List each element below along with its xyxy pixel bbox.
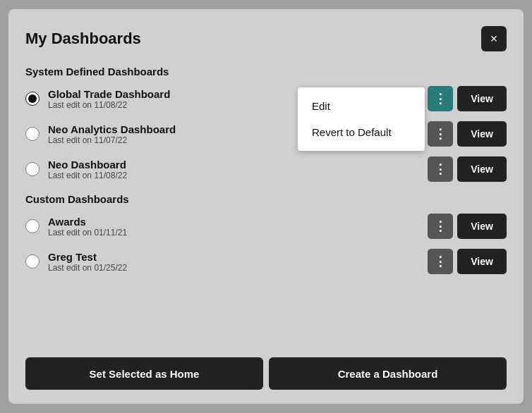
kebab-menu-button[interactable]: ⋮ — [428, 156, 453, 182]
dashboard-name: Greg Test — [48, 251, 428, 263]
my-dashboards-modal: My Dashboards × System Defined Dashboard… — [8, 9, 524, 404]
view-button[interactable]: View — [457, 214, 507, 239]
dropdown-edit[interactable]: Edit — [298, 93, 425, 119]
view-button[interactable]: View — [457, 121, 507, 147]
action-buttons: ⋮ View — [428, 249, 507, 274]
modal-title: My Dashboards — [25, 30, 141, 48]
dashboard-last-edit: Last edit on 11/08/22 — [48, 171, 428, 180]
view-button[interactable]: View — [457, 249, 507, 274]
action-buttons: ⋮ View — [428, 121, 507, 147]
custom-dashboard-list: Awards Last edit on 01/11/21 ⋮ View Greg… — [25, 209, 507, 278]
dashboard-radio-neo[interactable] — [25, 162, 40, 176]
dashboard-radio-greg-test[interactable] — [25, 254, 40, 269]
view-button[interactable]: View — [457, 86, 507, 111]
modal-footer: Set Selected as Home Create a Dashboard — [25, 346, 507, 390]
close-button[interactable]: × — [481, 26, 507, 51]
dashboard-radio-global-trade[interactable] — [25, 92, 40, 106]
kebab-menu-button[interactable]: ⋮ — [428, 86, 453, 111]
dropdown-menu: Edit Revert to Default — [298, 87, 425, 151]
set-home-button[interactable]: Set Selected as Home — [25, 357, 263, 390]
dashboard-radio-neo-analytics[interactable] — [25, 127, 40, 141]
custom-dashboards-label: Custom Dashboards — [25, 193, 507, 205]
kebab-menu-button[interactable]: ⋮ — [428, 121, 453, 147]
dashboard-info: Awards Last edit on 01/11/21 — [48, 216, 428, 238]
system-dashboards-label: System Defined Dashboards — [25, 66, 507, 78]
action-buttons: ⋮ View — [428, 214, 507, 239]
action-buttons: ⋮ View — [428, 86, 507, 111]
dashboard-name: Awards — [48, 216, 428, 228]
dashboard-name: Neo Dashboard — [48, 159, 428, 171]
action-buttons: ⋮ View — [428, 156, 507, 182]
kebab-menu-button[interactable]: ⋮ — [428, 214, 453, 239]
view-button[interactable]: View — [457, 156, 507, 182]
dashboard-last-edit: Last edit on 01/25/22 — [48, 263, 428, 273]
table-row: Neo Dashboard Last edit on 11/08/22 ⋮ Vi… — [25, 152, 507, 186]
system-dashboard-list: Global Trade Dashboard Last edit on 11/0… — [25, 82, 507, 186]
dashboard-info: Greg Test Last edit on 01/25/22 — [48, 251, 428, 273]
modal-header: My Dashboards × — [25, 26, 507, 51]
dashboard-radio-awards[interactable] — [25, 219, 40, 233]
kebab-menu-button[interactable]: ⋮ — [428, 249, 453, 274]
table-row: Greg Test Last edit on 01/25/22 ⋮ View — [25, 245, 507, 278]
dashboard-info: Neo Dashboard Last edit on 11/08/22 — [48, 159, 428, 180]
table-row: Global Trade Dashboard Last edit on 11/0… — [25, 82, 507, 116]
dashboard-last-edit: Last edit on 01/11/21 — [48, 228, 428, 238]
table-row: Awards Last edit on 01/11/21 ⋮ View — [25, 209, 507, 243]
create-dashboard-button[interactable]: Create a Dashboard — [269, 357, 507, 390]
dropdown-revert[interactable]: Revert to Default — [298, 119, 425, 145]
table-row: Neo Analytics Dashboard Last edit on 11/… — [25, 117, 507, 151]
